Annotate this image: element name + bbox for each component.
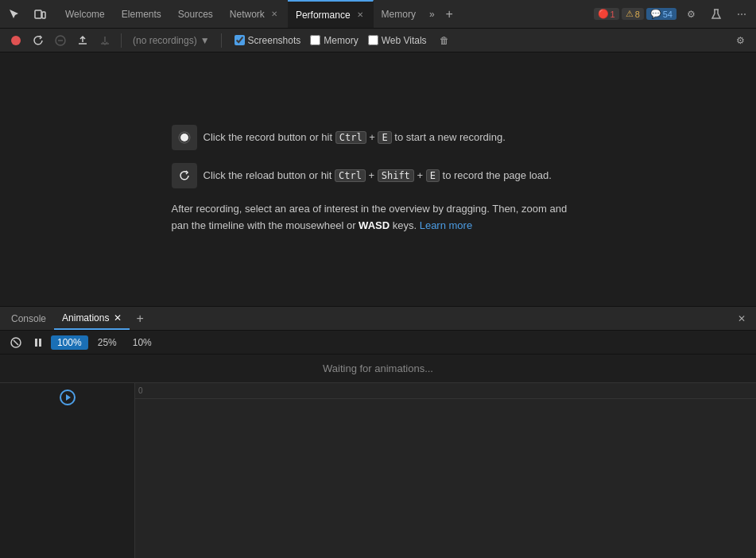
more-options-icon[interactable]: ⋯ xyxy=(731,3,753,25)
instruction-row-2: Click the reload button or hit Ctrl + Sh… xyxy=(172,163,585,188)
speed-10-button[interactable]: 10% xyxy=(126,335,158,350)
perf-settings-icon[interactable]: ⚙ xyxy=(731,31,750,50)
upload-profile-button[interactable] xyxy=(73,31,92,50)
reload-record-button[interactable] xyxy=(29,31,48,50)
stop-button[interactable] xyxy=(51,31,70,50)
record-button[interactable] xyxy=(6,31,25,50)
tab-network-close[interactable]: ✕ xyxy=(269,9,279,19)
warnings-badge[interactable]: ⚠ 8 xyxy=(622,8,644,20)
tab-memory[interactable]: Memory xyxy=(374,0,425,28)
toolbar-separator-1 xyxy=(121,33,122,48)
animations-timeline: 0 xyxy=(0,383,756,558)
animations-waiting-area: Waiting for animations... xyxy=(0,355,756,383)
devtools-icons xyxy=(3,3,51,25)
screenshots-checkbox-label[interactable]: Screenshots xyxy=(235,35,301,46)
tab-welcome[interactable]: Welcome xyxy=(57,0,114,28)
download-profile-button[interactable] xyxy=(95,31,114,50)
svg-point-3 xyxy=(11,36,21,45)
delete-icon[interactable]: 🗑 xyxy=(440,35,449,46)
animations-right-panel: 0 xyxy=(135,383,756,558)
svg-rect-1 xyxy=(42,12,45,18)
animations-pause-button[interactable] xyxy=(29,333,48,352)
tab-animations[interactable]: Animations ✕ xyxy=(54,307,130,330)
performance-main-area: Click the record button or hit Ctrl + E … xyxy=(0,52,756,306)
bottom-panel: Console Animations ✕ + ✕ 100% 25% 1 xyxy=(0,306,756,558)
svg-marker-13 xyxy=(66,394,71,401)
bottom-panel-close-button[interactable]: ✕ xyxy=(731,308,753,330)
settings-icon[interactable]: ⚙ xyxy=(680,3,702,25)
svg-line-9 xyxy=(14,340,18,345)
waiting-text: Waiting for animations... xyxy=(323,362,433,374)
record-button-icon-box xyxy=(172,125,197,150)
reload-button-icon-box xyxy=(172,163,197,188)
tabs-list: Welcome Elements Sources Network ✕ Perfo… xyxy=(57,0,594,28)
learn-more-link[interactable]: Learn more xyxy=(420,219,472,231)
checkboxes-group: Screenshots Memory Web Vitals 🗑 xyxy=(235,35,449,46)
tab-performance[interactable]: Performance ✕ xyxy=(288,0,374,28)
messages-badge[interactable]: 💬 54 xyxy=(646,8,677,20)
main-tab-bar: Welcome Elements Sources Network ✕ Perfo… xyxy=(0,0,756,29)
bottom-tab-add-button[interactable]: + xyxy=(130,312,149,326)
toolbar-separator-2 xyxy=(221,33,222,48)
errors-badge[interactable]: 🔴 1 xyxy=(594,8,619,20)
memory-checkbox-label[interactable]: Memory xyxy=(310,35,358,46)
memory-checkbox[interactable] xyxy=(310,35,320,45)
svg-point-7 xyxy=(180,134,188,141)
speed-25-button[interactable]: 25% xyxy=(91,335,123,350)
device-toolbar-icon[interactable] xyxy=(29,3,51,25)
tab-right-icons: 🔴 1 ⚠ 8 💬 54 ⚙ ⋯ xyxy=(594,3,754,25)
tab-elements[interactable]: Elements xyxy=(114,0,170,28)
svg-rect-0 xyxy=(35,10,41,18)
error-icon: 🔴 xyxy=(598,9,609,19)
animations-clear-button[interactable] xyxy=(6,333,25,352)
performance-toolbar: (no recordings) ▼ Screenshots Memory Web… xyxy=(0,29,756,52)
svg-rect-10 xyxy=(35,339,37,347)
scrubber-icon xyxy=(56,386,79,409)
badge-group: 🔴 1 ⚠ 8 💬 54 xyxy=(594,8,677,20)
instruction-2-text: Click the reload button or hit Ctrl + Sh… xyxy=(204,168,552,184)
animations-toolbar: 100% 25% 10% xyxy=(0,331,756,355)
tab-performance-close[interactable]: ✕ xyxy=(355,10,365,20)
experiments-icon[interactable] xyxy=(705,3,727,25)
animations-left-panel xyxy=(0,383,135,558)
after-recording-text: After recording, select an area of inter… xyxy=(172,201,585,234)
dropdown-arrow-icon: ▼ xyxy=(200,35,210,46)
warning-icon: ⚠ xyxy=(626,9,634,19)
inspect-element-icon[interactable] xyxy=(3,3,25,25)
web-vitals-checkbox-label[interactable]: Web Vitals xyxy=(368,35,427,46)
svg-rect-11 xyxy=(39,339,41,347)
tab-sources[interactable]: Sources xyxy=(170,0,222,28)
tab-more-button[interactable]: » xyxy=(425,0,440,28)
recordings-dropdown[interactable]: (no recordings) ▼ xyxy=(128,33,215,48)
tab-animations-close[interactable]: ✕ xyxy=(114,312,122,324)
animations-ruler: 0 xyxy=(135,383,756,399)
speed-100-button[interactable]: 100% xyxy=(51,335,88,350)
tab-add-button[interactable]: + xyxy=(440,0,459,28)
screenshots-checkbox[interactable] xyxy=(235,35,245,45)
tab-network[interactable]: Network ✕ xyxy=(222,0,288,28)
message-icon: 💬 xyxy=(650,9,661,19)
tab-console[interactable]: Console xyxy=(3,307,54,330)
instruction-1-text: Click the record button or hit Ctrl + E … xyxy=(204,130,506,145)
instruction-row-1: Click the record button or hit Ctrl + E … xyxy=(172,125,585,150)
web-vitals-checkbox[interactable] xyxy=(368,35,378,45)
performance-instructions: Click the record button or hit Ctrl + E … xyxy=(172,125,585,234)
bottom-tab-bar: Console Animations ✕ + ✕ xyxy=(0,307,756,331)
